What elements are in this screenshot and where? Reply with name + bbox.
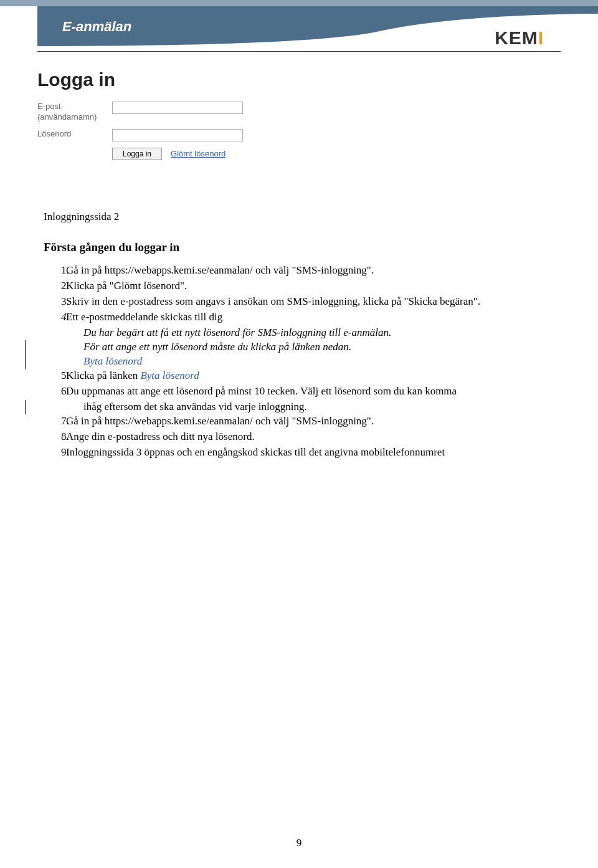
document-body: Inloggningssida 2 Första gången du logga… bbox=[44, 210, 554, 460]
list-item: 2.Klicka på "Glömt lösenord". bbox=[44, 279, 554, 293]
section-heading: Första gången du loggar in bbox=[44, 239, 554, 255]
list-item: 7.Gå in på https://webapps.kemi.se/eanma… bbox=[44, 414, 554, 429]
page-number: 9 bbox=[0, 837, 598, 849]
banner: E-anmälan KEMI Kemikalieinspektionen bbox=[0, 0, 598, 46]
quote-line: Du har begärt att få ett nytt lösenord f… bbox=[83, 326, 554, 340]
email-label: E-post (användarnamn) bbox=[37, 102, 112, 123]
quote-link: Byta lösenord bbox=[83, 355, 554, 369]
email-field[interactable] bbox=[112, 102, 243, 114]
steps-list: 1.Gå in på https://webapps.kemi.se/eanma… bbox=[44, 264, 554, 325]
list-item: 5.Klicka på länken Byta lösenord bbox=[44, 369, 554, 383]
logo: KEMI Kemikalieinspektionen bbox=[495, 29, 561, 46]
quote-line: För att ange ett nytt lösenord måste du … bbox=[83, 340, 554, 355]
password-label: Lösenord bbox=[37, 129, 112, 140]
login-button[interactable]: Logga in bbox=[112, 148, 162, 160]
figure-caption: Inloggningssida 2 bbox=[44, 210, 554, 224]
divider bbox=[37, 51, 561, 52]
banner-title: E-anmälan bbox=[62, 19, 131, 34]
list-item: 1.Gå in på https://webapps.kemi.se/eanma… bbox=[44, 264, 554, 278]
list-item: 9.Inloggningssida 3 öppnas och en engång… bbox=[44, 446, 554, 460]
list-item: 8.Ange din e-postadress och ditt nya lös… bbox=[44, 430, 554, 444]
list-item: 4.Ett e-postmeddelande skickas till dig bbox=[44, 310, 554, 325]
forgot-password-link[interactable]: Glömt lösenord bbox=[171, 149, 225, 158]
password-field[interactable] bbox=[112, 129, 243, 141]
list-item: 3.Skriv in den e-postadress som angavs i… bbox=[44, 295, 554, 309]
login-form: Logga in E-post (användarnamn) Lösenord … bbox=[37, 69, 598, 160]
list-item: 6.Du uppmanas att ange ett lösenord på m… bbox=[44, 384, 554, 399]
login-heading: Logga in bbox=[37, 69, 598, 90]
